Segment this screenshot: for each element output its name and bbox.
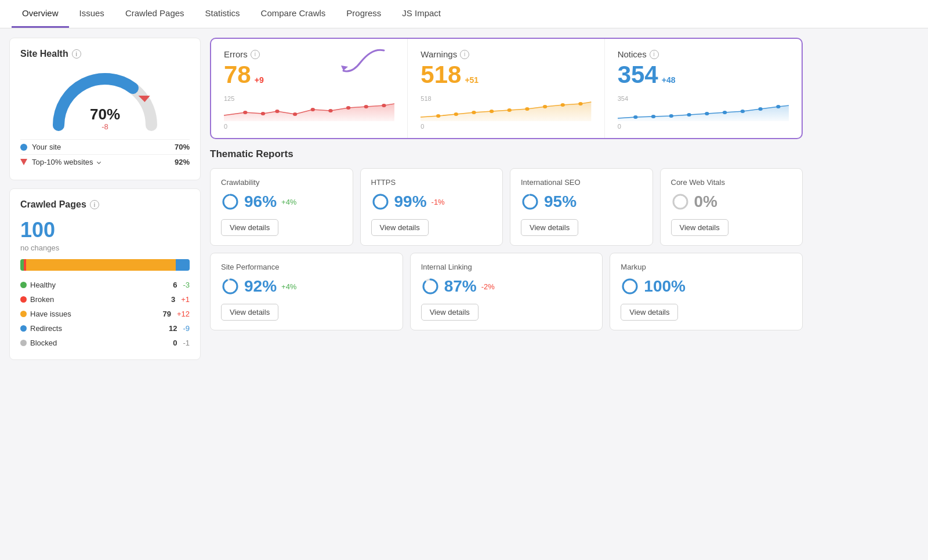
site-health-info-icon[interactable]: i [72,49,81,59]
svg-point-27 [758,107,762,111]
errors-chart-max: 125 [224,95,234,102]
svg-point-25 [723,111,727,114]
internal-linking-score-row: 87% -2% [421,277,592,296]
reports-row-1: Crawlability 96% +4% View details HTTPS [210,168,803,246]
broken-dot [20,296,27,303]
main-nav: Overview Issues Crawled Pages Statistics… [0,0,928,28]
notices-info-icon[interactable]: i [650,50,659,59]
cwv-view-details[interactable]: View details [671,219,728,236]
errors-chart-min: 0 [224,123,227,130]
warnings-chart-max: 518 [420,95,431,102]
cwv-circle-icon [671,192,690,211]
top-sites-label: Top-10% websites [32,158,175,166]
intl-seo-score-row: 95% [521,192,642,211]
nav-issues[interactable]: Issues [69,0,115,28]
your-site-legend: Your site 70% [20,139,190,154]
internal-linking-view-details[interactable]: View details [421,304,478,321]
notices-chart-min: 0 [618,123,621,130]
nav-progress[interactable]: Progress [336,0,392,28]
site-perf-view-details[interactable]: View details [221,304,278,321]
errors-delta: +9 [255,75,264,85]
svg-point-39 [423,279,437,293]
svg-point-16 [525,107,530,111]
svg-point-14 [490,110,494,113]
svg-point-24 [705,112,709,115]
redirects-dot [20,325,27,332]
notices-value: 354 [618,63,658,87]
svg-point-9 [364,105,368,108]
svg-point-19 [579,102,583,106]
warnings-mini-chart: 518 [420,95,591,130]
svg-point-13 [472,111,476,114]
site-perf-circle-icon [221,277,240,296]
your-site-val: 70% [175,143,190,151]
nav-statistics[interactable]: Statistics [195,0,251,28]
svg-point-30 [223,195,237,209]
warnings-cell: Warnings i 518 +51 518 [408,39,604,138]
errors-value: 78 [224,63,251,87]
svg-point-12 [454,112,458,116]
svg-point-41 [623,279,637,293]
nav-js-impact[interactable]: JS Impact [392,0,451,28]
errors-info-icon[interactable]: i [251,50,260,59]
svg-point-10 [382,104,386,107]
metrics-box: Errors i 78 +9 125 [210,38,803,139]
main-content: Site Health i 70% -8 Your [0,28,812,369]
crawlability-circle-icon [221,192,240,211]
top-sites-legend: Top-10% websites 92% [20,154,190,169]
svg-point-4 [275,110,279,113]
top-sites-triangle [20,159,27,165]
crawlability-view-details[interactable]: View details [221,219,278,236]
healthy-dot [20,282,27,288]
thematic-reports-title: Thematic Reports [210,148,803,160]
site-health-title: Site Health i [20,49,190,59]
svg-point-34 [523,195,537,209]
nav-compare-crawls[interactable]: Compare Crawls [251,0,336,28]
crawled-count: 100 [20,218,190,242]
errors-cell: Errors i 78 +9 125 [211,39,408,138]
markup-view-details[interactable]: View details [621,304,678,321]
blocked-dot [20,340,27,346]
svg-point-2 [243,111,247,114]
legend-healthy: Healthy 6 -3 [20,279,190,291]
gauge-center: 70% -8 [90,106,120,131]
notices-mini-chart: 354 [618,95,789,130]
right-panel: Errors i 78 +9 125 [210,38,803,360]
svg-point-28 [776,105,780,108]
notices-cell: Notices i 354 +48 354 [605,39,802,138]
svg-point-26 [740,110,744,113]
warnings-delta: +51 [465,75,478,85]
svg-point-15 [507,108,512,112]
intl-seo-view-details[interactable]: View details [521,219,578,236]
https-view-details[interactable]: View details [371,219,429,236]
legend-broken: Broken 3 +1 [20,293,190,306]
report-international-seo: International SEO 95% View details [510,168,653,246]
site-health-card: Site Health i 70% -8 Your [9,38,201,180]
svg-point-3 [261,112,265,115]
crawled-legend: Healthy 6 -3 Broken 3 +1 Have issues 79 … [20,279,190,349]
svg-point-21 [651,115,655,118]
errors-value-row: 78 +9 [224,63,394,87]
intl-seo-circle-icon [521,192,539,211]
nav-overview[interactable]: Overview [12,0,69,28]
svg-point-5 [293,112,297,116]
crawled-pages-card: Crawled Pages i 100 no changes Healthy 6… [9,188,201,360]
your-site-dot [20,144,27,151]
legend-redirects: Redirects 12 -9 [20,322,190,334]
report-internal-linking: Internal Linking 87% -2% View details [410,253,603,330]
left-panel: Site Health i 70% -8 Your [9,38,201,360]
svg-point-18 [561,103,565,107]
crawled-pages-title: Crawled Pages i [20,199,190,210]
thematic-reports-section: Thematic Reports Crawlability 96% +4% Vi… [210,148,803,330]
svg-point-32 [374,195,387,209]
legend-blocked: Blocked 0 -1 [20,337,190,349]
warnings-info-icon[interactable]: i [460,50,469,59]
nav-crawled-pages[interactable]: Crawled Pages [115,0,195,28]
warnings-label: Warnings i [420,49,591,59]
top-sites-chevron[interactable] [96,160,100,164]
top-sites-val: 92% [175,158,190,166]
notices-chart-max: 354 [618,95,628,102]
crawled-pages-info-icon[interactable]: i [90,200,99,209]
notices-label: Notices i [618,49,789,59]
cwv-score-row: 0% [671,192,792,211]
